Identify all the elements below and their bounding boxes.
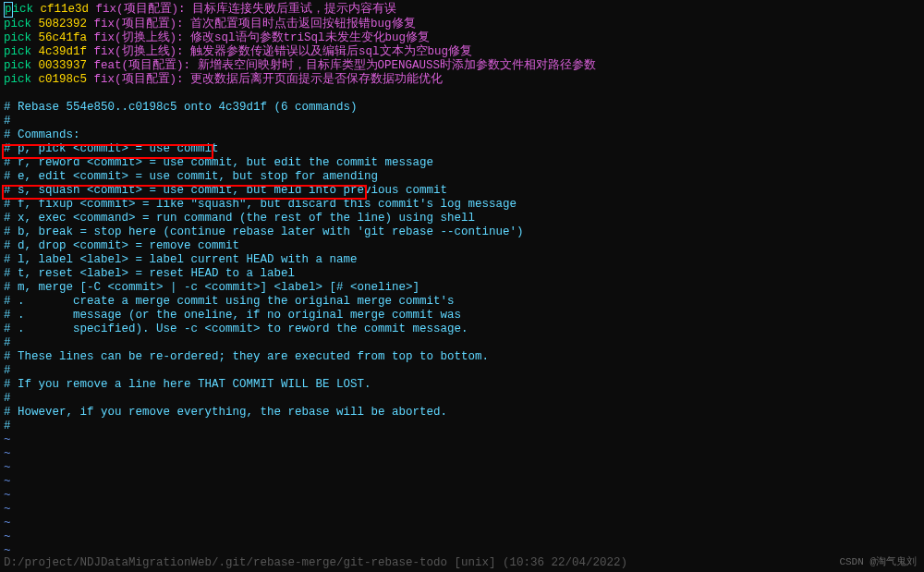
commit-line[interactable]: pick 0033937 feat(项目配置): 新增表空间映射时，目标库类型为… (4, 59, 920, 73)
comment-pick[interactable]: # p, pick <commit> = use commit (4, 142, 920, 156)
comment-line[interactable]: # (4, 115, 920, 128)
empty-line-tilde: ~ (4, 530, 920, 544)
comment-line[interactable]: # Rebase 554e850..c0198c5 onto 4c39d1f (… (4, 101, 920, 115)
empty-line-tilde: ~ (4, 503, 920, 517)
vim-status-bar: D:/project/NDJDataMigrationWeb/.git/reba… (4, 556, 920, 570)
commit-line[interactable]: pick 4c39d1f fix(切换上线): 触发器参数传递错误以及编辑后sq… (4, 45, 920, 59)
empty-line-tilde: ~ (4, 475, 920, 489)
editor-content[interactable]: pick cf11e3d fix(项目配置): 目标库连接失败后重试，提示内容有… (4, 2, 920, 558)
empty-line-tilde: ~ (4, 517, 920, 530)
commit-line[interactable]: pick c0198c5 fix(项目配置): 更改数据后离开页面提示是否保存数… (4, 73, 920, 87)
comment-edit[interactable]: # e, edit <commit> = use commit, but sto… (4, 170, 920, 184)
empty-line-tilde: ~ (4, 489, 920, 503)
comment-reword[interactable]: # r, reword <commit> = use commit, but e… (4, 156, 920, 170)
comment-merge3[interactable]: # . specified). Use -c <commit> to rewor… (4, 323, 920, 336)
comment-label[interactable]: # l, label <label> = label current HEAD … (4, 253, 920, 267)
comment-merge2[interactable]: # . message (or the oneline, if no origi… (4, 309, 920, 323)
cursor: p (4, 2, 13, 18)
empty-line-tilde: ~ (4, 461, 920, 475)
commit-line[interactable]: pick 5082392 fix(项目配置): 首次配置项目时点击返回按钮报错b… (4, 18, 920, 31)
comment-exec[interactable]: # x, exec <command> = run command (the r… (4, 212, 920, 225)
commit-line[interactable]: pick 56c41fa fix(切换上线): 修改sql语句参数triSql未… (4, 31, 920, 45)
comment-merge1[interactable]: # . create a merge commit using the orig… (4, 295, 920, 309)
comment-squash[interactable]: # s, squash <commit> = use commit, but m… (4, 184, 920, 198)
comment-remove[interactable]: # If you remove a line here THAT COMMIT … (4, 378, 920, 392)
comment-merge[interactable]: # m, merge [-C <commit> | -c <commit>] <… (4, 281, 920, 295)
comment-reset[interactable]: # t, reset <label> = reset HEAD to a lab… (4, 267, 920, 281)
empty-line-tilde: ~ (4, 447, 920, 461)
comment-drop[interactable]: # d, drop <commit> = remove commit (4, 239, 920, 253)
comment-line[interactable]: # Commands: (4, 128, 920, 142)
comment-fixup[interactable]: # f, fixup <commit> = like "squash", but… (4, 198, 920, 212)
comment-break[interactable]: # b, break = stop here (continue rebase … (4, 225, 920, 239)
comment-reorder[interactable]: # These lines can be re-ordered; they ar… (4, 350, 920, 364)
comment-line[interactable]: # (4, 364, 920, 378)
watermark: CSDN @淘气鬼刘 (839, 556, 917, 568)
empty-line-tilde: ~ (4, 433, 920, 447)
comment-line[interactable]: # (4, 336, 920, 350)
comment-line[interactable]: # (4, 420, 920, 433)
commit-line[interactable]: pick cf11e3d fix(项目配置): 目标库连接失败后重试，提示内容有… (4, 2, 920, 18)
comment-line[interactable]: # (4, 392, 920, 406)
comment-abort[interactable]: # However, if you remove everything, the… (4, 406, 920, 420)
blank-line[interactable] (4, 87, 920, 101)
